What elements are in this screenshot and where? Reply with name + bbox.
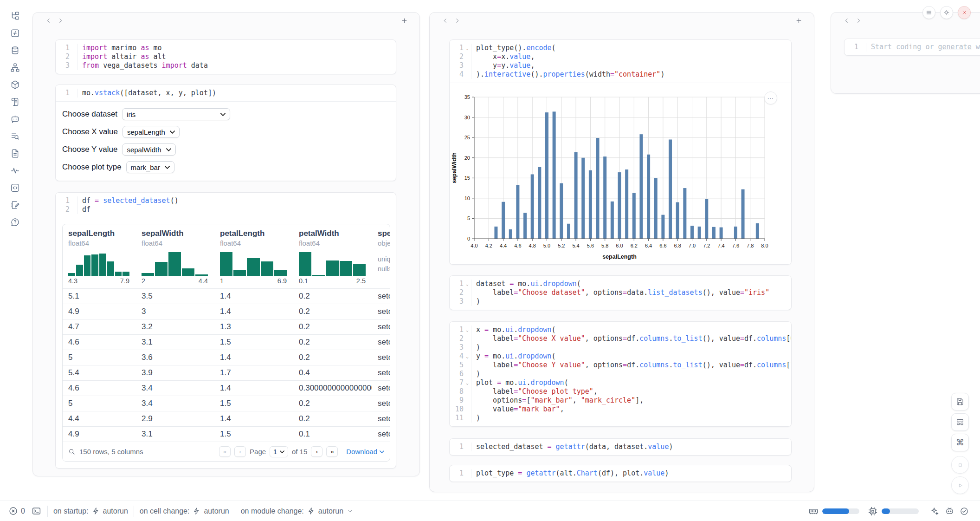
search-icon[interactable]	[68, 448, 76, 456]
logs-icon[interactable]	[0, 93, 30, 111]
fold-chevron-icon[interactable]: ⌄	[464, 44, 471, 52]
column-scroll-left-button[interactable]	[840, 14, 852, 26]
download-button[interactable]: Download	[346, 448, 384, 456]
snippets-icon[interactable]	[0, 179, 30, 196]
on-module-change-setting[interactable]: on module change: autorun	[235, 507, 359, 515]
table-cell: 0.30000000000000004	[293, 384, 372, 393]
stop-button[interactable]	[951, 456, 969, 474]
chart-actions-button[interactable]: ⋯	[764, 91, 777, 104]
robot-icon	[945, 506, 954, 516]
chart-code-cell[interactable]: 1⌄plot_type().encode(2 x=x.value,3 y=y.v…	[449, 39, 792, 265]
bar-chart[interactable]: 4.04.24.44.64.85.05.25.45.65.86.06.26.46…	[450, 85, 792, 264]
plot-type-code-cell[interactable]: 1plot_type = getattr(alt.Chart(df), plot…	[449, 465, 792, 482]
notebook-column-3: 1 Start coding or generate with AI	[831, 12, 980, 94]
code-editor[interactable]: 1df = selected_dataset()2df	[56, 193, 396, 218]
menu-button[interactable]	[922, 6, 935, 19]
settings-button[interactable]	[940, 6, 953, 19]
code-editor[interactable]: 1plot_type = getattr(alt.Chart(df), plot…	[450, 465, 791, 482]
last-page-button[interactable]: »	[326, 446, 338, 457]
table-column-header[interactable]: sepalLengthfloat644.37.9	[63, 224, 136, 288]
table-column-header[interactable]: petalWidthfloat640.12.5	[293, 224, 372, 288]
imports-code-cell[interactable]: 1import marimo as mo2import altair as al…	[55, 39, 396, 74]
cpu-progress	[882, 508, 890, 514]
dropdown-select[interactable]: sepalWidth	[122, 143, 175, 156]
code-editor[interactable]: 1 Start coding or generate with AI	[845, 39, 980, 55]
code-editor[interactable]: 1⌄x = mo.ui.dropdown(2 label="Choose X v…	[450, 322, 791, 426]
prev-page-button[interactable]: ‹	[234, 446, 246, 457]
column-scroll-right-button[interactable]	[451, 14, 463, 26]
table-cell: setosa	[372, 399, 390, 408]
documentation-icon[interactable]	[0, 145, 30, 162]
column-scroll-right-button[interactable]	[54, 14, 66, 26]
dataframe-code-cell[interactable]: 1df = selected_dataset()2df sepalLengthf…	[55, 192, 396, 469]
error-indicator[interactable]: 0	[8, 506, 30, 516]
help-icon[interactable]	[0, 214, 30, 231]
marimo-app: 1import marimo as mo2import altair as al…	[0, 0, 980, 521]
code-editor[interactable]: 1⌄dataset = mo.ui.dropdown(2 label="Choo…	[450, 276, 791, 310]
dataset-dropdown-code-cell[interactable]: 1⌄dataset = mo.ui.dropdown(2 label="Choo…	[449, 275, 792, 310]
command-palette-button[interactable]: ⌘	[951, 434, 969, 451]
add-cell-button[interactable]	[398, 14, 410, 26]
fold-chevron-icon[interactable]: ⌄	[464, 378, 471, 387]
functions-icon[interactable]	[0, 25, 30, 42]
svg-text:7.2: 7.2	[703, 243, 710, 248]
column-scroll-right-button[interactable]	[852, 14, 864, 26]
zap-icon	[92, 507, 100, 515]
table-cell: setosa	[372, 368, 390, 378]
on-startup-setting[interactable]: on startup: autorun	[48, 507, 134, 515]
on-cell-change-setting[interactable]: on cell change: autorun	[134, 507, 235, 515]
run-button[interactable]	[951, 476, 969, 494]
vstack-code-cell[interactable]: 1mo.vstack([dataset, x, y, plot]) Choose…	[55, 85, 396, 181]
svg-text:7.0: 7.0	[689, 243, 696, 248]
table-column-header[interactable]: speciesobjectunique:nulls:	[372, 224, 390, 288]
scratchpad-icon[interactable]	[0, 196, 30, 214]
code-editor[interactable]: 1⌄plot_type().encode(2 x=x.value,3 y=y.v…	[450, 40, 791, 83]
dropdown-select[interactable]: iris	[122, 108, 230, 120]
first-page-button[interactable]: «	[219, 446, 231, 457]
table-cell: 1.5	[214, 430, 293, 439]
dropdown-select[interactable]: mark_bar	[126, 161, 174, 173]
code-line: 1plot_type = getattr(alt.Chart(df), plot…	[450, 469, 791, 478]
code-editor[interactable]: 1mo.vstack([dataset, x, y, plot])	[56, 85, 396, 101]
column-3-header	[831, 13, 980, 28]
xy-plot-dropdowns-code-cell[interactable]: 1⌄x = mo.ui.dropdown(2 label="Choose X v…	[449, 321, 792, 427]
ai-sparkles-button[interactable]	[927, 504, 942, 519]
dropdown-label: Choose plot type	[62, 163, 122, 172]
code-line: 1⌄x = mo.ui.dropdown(	[450, 326, 791, 334]
fold-chevron-icon[interactable]: ⌄	[464, 280, 471, 288]
column-scroll-left-button[interactable]	[42, 14, 54, 26]
save-button[interactable]	[951, 393, 969, 410]
dropdown-label: Choose dataset	[62, 110, 117, 119]
fold-chevron-icon[interactable]: ⌄	[464, 326, 471, 334]
selected-dataset-code-cell[interactable]: 1selected_dataset = getattr(data, datase…	[449, 438, 792, 456]
code-editor[interactable]: 1selected_dataset = getattr(data, datase…	[450, 439, 791, 455]
code-editor[interactable]: 1import marimo as mo2import altair as al…	[56, 40, 396, 74]
table-of-contents-icon[interactable]	[0, 128, 30, 145]
datasources-icon[interactable]	[0, 42, 30, 59]
table-cell: setosa	[372, 322, 390, 332]
file-explorer-icon[interactable]	[0, 7, 30, 25]
ai-assistant-button[interactable]	[942, 504, 957, 519]
table-column-header[interactable]: sepalWidthfloat6424.4	[136, 224, 214, 288]
ram-icon	[808, 506, 819, 516]
packages-icon[interactable]	[0, 76, 30, 93]
terminal-button[interactable]	[30, 504, 44, 518]
generate-link[interactable]: generate	[938, 43, 972, 51]
column-scroll-left-button[interactable]	[439, 14, 451, 26]
add-cell-button[interactable]	[793, 14, 805, 26]
dropdown-select[interactable]: sepalLength	[122, 126, 180, 138]
code-line: 1⌄dataset = mo.ui.dropdown(	[450, 280, 791, 288]
connection-status-button[interactable]	[957, 504, 972, 519]
terminal-icon	[32, 506, 41, 516]
page-select[interactable]: 1	[270, 446, 288, 457]
dependency-graph-icon[interactable]	[0, 59, 30, 76]
next-page-button[interactable]: ›	[311, 446, 322, 457]
close-button[interactable]	[958, 6, 971, 19]
control-row: Choose plot typemark_bar	[62, 161, 396, 173]
tracing-icon[interactable]	[0, 162, 30, 179]
layout-button[interactable]	[951, 413, 969, 431]
table-column-header[interactable]: petalLengthfloat6416.9	[214, 224, 293, 288]
empty-code-cell[interactable]: 1 Start coding or generate with AI	[844, 39, 980, 56]
ai-chat-icon[interactable]	[0, 111, 30, 128]
fold-chevron-icon[interactable]: ⌄	[464, 352, 471, 361]
